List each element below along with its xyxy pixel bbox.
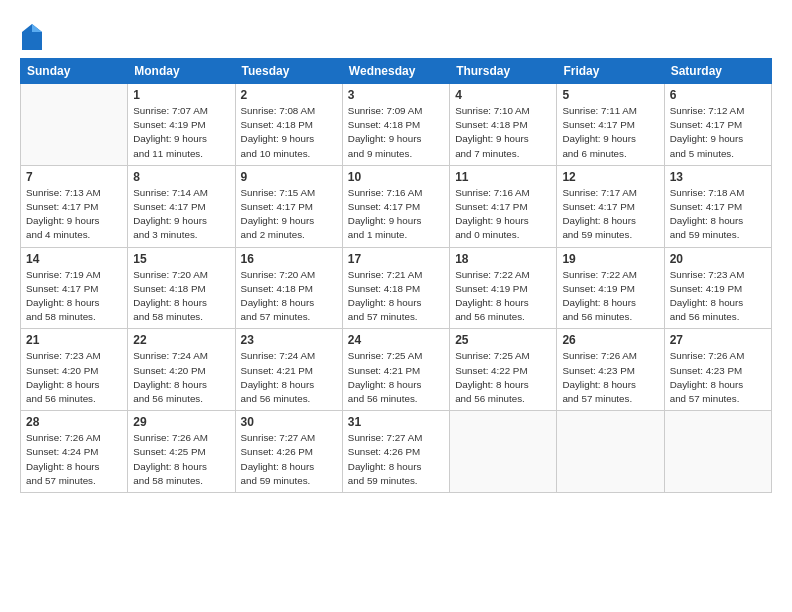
day-info: Sunrise: 7:09 AMSunset: 4:18 PMDaylight:… (348, 104, 444, 161)
calendar-week-4: 21Sunrise: 7:23 AMSunset: 4:20 PMDayligh… (21, 329, 772, 411)
calendar-cell (450, 411, 557, 493)
calendar-week-5: 28Sunrise: 7:26 AMSunset: 4:24 PMDayligh… (21, 411, 772, 493)
day-info: Sunrise: 7:24 AMSunset: 4:21 PMDaylight:… (241, 349, 337, 406)
calendar-cell (664, 411, 771, 493)
day-number: 3 (348, 88, 444, 102)
calendar-cell: 24Sunrise: 7:25 AMSunset: 4:21 PMDayligh… (342, 329, 449, 411)
calendar-cell (557, 411, 664, 493)
calendar-cell: 6Sunrise: 7:12 AMSunset: 4:17 PMDaylight… (664, 84, 771, 166)
day-number: 24 (348, 333, 444, 347)
calendar-cell: 19Sunrise: 7:22 AMSunset: 4:19 PMDayligh… (557, 247, 664, 329)
day-info: Sunrise: 7:13 AMSunset: 4:17 PMDaylight:… (26, 186, 122, 243)
day-info: Sunrise: 7:26 AMSunset: 4:25 PMDaylight:… (133, 431, 229, 488)
header (20, 18, 772, 52)
day-info: Sunrise: 7:24 AMSunset: 4:20 PMDaylight:… (133, 349, 229, 406)
calendar-cell: 26Sunrise: 7:26 AMSunset: 4:23 PMDayligh… (557, 329, 664, 411)
svg-marker-1 (32, 24, 42, 32)
day-info: Sunrise: 7:25 AMSunset: 4:22 PMDaylight:… (455, 349, 551, 406)
calendar-cell: 20Sunrise: 7:23 AMSunset: 4:19 PMDayligh… (664, 247, 771, 329)
calendar-cell: 7Sunrise: 7:13 AMSunset: 4:17 PMDaylight… (21, 165, 128, 247)
day-number: 27 (670, 333, 766, 347)
day-number: 25 (455, 333, 551, 347)
day-info: Sunrise: 7:15 AMSunset: 4:17 PMDaylight:… (241, 186, 337, 243)
day-number: 13 (670, 170, 766, 184)
calendar-cell: 9Sunrise: 7:15 AMSunset: 4:17 PMDaylight… (235, 165, 342, 247)
calendar-container: SundayMondayTuesdayWednesdayThursdayFrid… (0, 0, 792, 503)
calendar-cell: 25Sunrise: 7:25 AMSunset: 4:22 PMDayligh… (450, 329, 557, 411)
day-info: Sunrise: 7:20 AMSunset: 4:18 PMDaylight:… (133, 268, 229, 325)
day-number: 17 (348, 252, 444, 266)
calendar-cell: 18Sunrise: 7:22 AMSunset: 4:19 PMDayligh… (450, 247, 557, 329)
day-number: 21 (26, 333, 122, 347)
day-number: 26 (562, 333, 658, 347)
day-number: 2 (241, 88, 337, 102)
day-number: 29 (133, 415, 229, 429)
calendar-cell: 14Sunrise: 7:19 AMSunset: 4:17 PMDayligh… (21, 247, 128, 329)
day-number: 22 (133, 333, 229, 347)
day-info: Sunrise: 7:23 AMSunset: 4:20 PMDaylight:… (26, 349, 122, 406)
day-info: Sunrise: 7:23 AMSunset: 4:19 PMDaylight:… (670, 268, 766, 325)
day-of-week-saturday: Saturday (664, 59, 771, 84)
calendar-cell: 10Sunrise: 7:16 AMSunset: 4:17 PMDayligh… (342, 165, 449, 247)
calendar-cell: 8Sunrise: 7:14 AMSunset: 4:17 PMDaylight… (128, 165, 235, 247)
day-info: Sunrise: 7:11 AMSunset: 4:17 PMDaylight:… (562, 104, 658, 161)
day-number: 5 (562, 88, 658, 102)
calendar-cell: 4Sunrise: 7:10 AMSunset: 4:18 PMDaylight… (450, 84, 557, 166)
day-info: Sunrise: 7:14 AMSunset: 4:17 PMDaylight:… (133, 186, 229, 243)
calendar-cell (21, 84, 128, 166)
calendar-cell: 29Sunrise: 7:26 AMSunset: 4:25 PMDayligh… (128, 411, 235, 493)
day-info: Sunrise: 7:22 AMSunset: 4:19 PMDaylight:… (455, 268, 551, 325)
day-info: Sunrise: 7:07 AMSunset: 4:19 PMDaylight:… (133, 104, 229, 161)
day-of-week-thursday: Thursday (450, 59, 557, 84)
day-number: 11 (455, 170, 551, 184)
day-info: Sunrise: 7:26 AMSunset: 4:23 PMDaylight:… (670, 349, 766, 406)
calendar-cell: 1Sunrise: 7:07 AMSunset: 4:19 PMDaylight… (128, 84, 235, 166)
calendar-cell: 12Sunrise: 7:17 AMSunset: 4:17 PMDayligh… (557, 165, 664, 247)
day-of-week-sunday: Sunday (21, 59, 128, 84)
day-number: 16 (241, 252, 337, 266)
calendar-cell: 30Sunrise: 7:27 AMSunset: 4:26 PMDayligh… (235, 411, 342, 493)
day-info: Sunrise: 7:26 AMSunset: 4:24 PMDaylight:… (26, 431, 122, 488)
day-info: Sunrise: 7:18 AMSunset: 4:17 PMDaylight:… (670, 186, 766, 243)
day-of-week-wednesday: Wednesday (342, 59, 449, 84)
day-info: Sunrise: 7:17 AMSunset: 4:17 PMDaylight:… (562, 186, 658, 243)
day-number: 7 (26, 170, 122, 184)
day-info: Sunrise: 7:27 AMSunset: 4:26 PMDaylight:… (241, 431, 337, 488)
calendar-cell: 28Sunrise: 7:26 AMSunset: 4:24 PMDayligh… (21, 411, 128, 493)
day-number: 8 (133, 170, 229, 184)
calendar-cell: 5Sunrise: 7:11 AMSunset: 4:17 PMDaylight… (557, 84, 664, 166)
day-number: 31 (348, 415, 444, 429)
day-info: Sunrise: 7:26 AMSunset: 4:23 PMDaylight:… (562, 349, 658, 406)
calendar-header-row: SundayMondayTuesdayWednesdayThursdayFrid… (21, 59, 772, 84)
day-number: 19 (562, 252, 658, 266)
calendar-week-2: 7Sunrise: 7:13 AMSunset: 4:17 PMDaylight… (21, 165, 772, 247)
day-number: 9 (241, 170, 337, 184)
day-number: 20 (670, 252, 766, 266)
calendar-cell: 2Sunrise: 7:08 AMSunset: 4:18 PMDaylight… (235, 84, 342, 166)
calendar-cell: 27Sunrise: 7:26 AMSunset: 4:23 PMDayligh… (664, 329, 771, 411)
day-info: Sunrise: 7:16 AMSunset: 4:17 PMDaylight:… (348, 186, 444, 243)
day-info: Sunrise: 7:12 AMSunset: 4:17 PMDaylight:… (670, 104, 766, 161)
day-info: Sunrise: 7:08 AMSunset: 4:18 PMDaylight:… (241, 104, 337, 161)
calendar-cell: 13Sunrise: 7:18 AMSunset: 4:17 PMDayligh… (664, 165, 771, 247)
calendar-cell: 11Sunrise: 7:16 AMSunset: 4:17 PMDayligh… (450, 165, 557, 247)
day-number: 15 (133, 252, 229, 266)
day-number: 10 (348, 170, 444, 184)
day-info: Sunrise: 7:19 AMSunset: 4:17 PMDaylight:… (26, 268, 122, 325)
day-number: 18 (455, 252, 551, 266)
day-info: Sunrise: 7:10 AMSunset: 4:18 PMDaylight:… (455, 104, 551, 161)
calendar-cell: 22Sunrise: 7:24 AMSunset: 4:20 PMDayligh… (128, 329, 235, 411)
day-number: 1 (133, 88, 229, 102)
day-info: Sunrise: 7:20 AMSunset: 4:18 PMDaylight:… (241, 268, 337, 325)
calendar-cell: 17Sunrise: 7:21 AMSunset: 4:18 PMDayligh… (342, 247, 449, 329)
calendar-table: SundayMondayTuesdayWednesdayThursdayFrid… (20, 58, 772, 493)
day-info: Sunrise: 7:22 AMSunset: 4:19 PMDaylight:… (562, 268, 658, 325)
day-info: Sunrise: 7:25 AMSunset: 4:21 PMDaylight:… (348, 349, 444, 406)
logo (20, 22, 48, 52)
calendar-cell: 23Sunrise: 7:24 AMSunset: 4:21 PMDayligh… (235, 329, 342, 411)
logo-icon (20, 22, 44, 52)
day-info: Sunrise: 7:16 AMSunset: 4:17 PMDaylight:… (455, 186, 551, 243)
day-number: 12 (562, 170, 658, 184)
calendar-cell: 21Sunrise: 7:23 AMSunset: 4:20 PMDayligh… (21, 329, 128, 411)
day-number: 14 (26, 252, 122, 266)
